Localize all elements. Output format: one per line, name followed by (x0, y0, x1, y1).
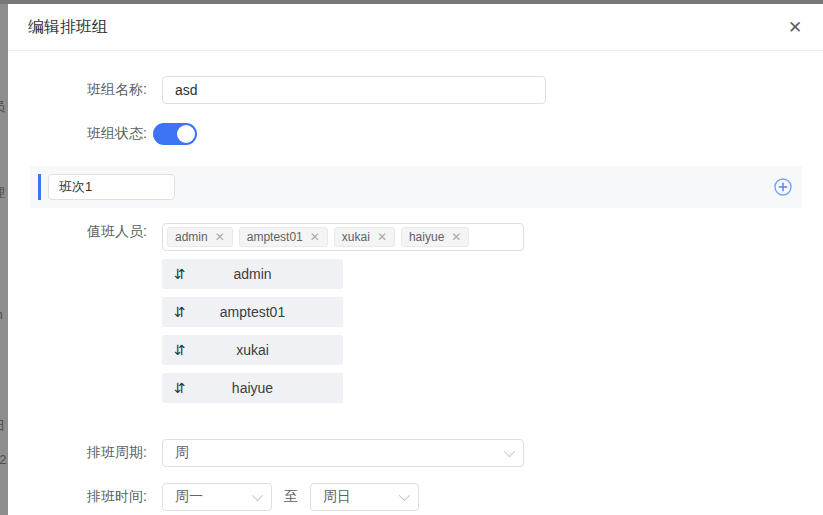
staff-tag: admin ✕ (167, 227, 233, 247)
staff-tag-label: xukai (342, 230, 370, 244)
add-shift-button[interactable] (774, 178, 792, 196)
time-end-select[interactable]: 周日 (310, 483, 419, 511)
dialog-title: 编辑排班组 (28, 17, 108, 38)
sortable-staff-row[interactable]: ⇵ amptest01 (162, 297, 343, 327)
backdrop-fragment: a (0, 344, 8, 359)
time-row: 排班时间: 周一 至 周日 (8, 483, 823, 511)
dialog-body: 班组名称: 班组状态: (8, 51, 823, 511)
staff-tag-label: haiyue (409, 230, 444, 244)
toggle-knob (177, 125, 195, 143)
sortable-staff-row[interactable]: ⇵ admin (162, 259, 343, 289)
tag-remove-icon[interactable]: ✕ (310, 230, 320, 244)
shift-accent-bar (38, 174, 41, 200)
sort-handle-icon[interactable]: ⇵ (174, 266, 186, 282)
cycle-row: 排班周期: 周 (8, 439, 823, 467)
group-status-label: 班组状态: (8, 125, 147, 143)
sortable-staff-name: haiyue (232, 380, 273, 396)
backdrop-left-sliver: 员 理 m a 日 12 (0, 4, 8, 515)
sort-handle-icon[interactable]: ⇵ (174, 380, 186, 396)
time-end-value: 周日 (323, 488, 351, 506)
chevron-down-icon (504, 446, 515, 457)
backdrop-fragment: 12 (0, 452, 8, 467)
tag-remove-icon[interactable]: ✕ (451, 230, 461, 244)
staff-tag: xukai ✕ (334, 227, 395, 247)
cycle-select-value: 周 (175, 444, 189, 462)
duty-staff-row: 值班人员: admin ✕ amptest01 ✕ (8, 223, 823, 251)
plus-circle-icon (774, 178, 792, 196)
dialog-header: 编辑排班组 ✕ (8, 4, 823, 51)
staff-tag-label: admin (175, 230, 208, 244)
close-icon[interactable]: ✕ (785, 18, 805, 38)
shift-section-bar (30, 166, 802, 208)
time-start-value: 周一 (175, 488, 203, 506)
group-status-row: 班组状态: (8, 123, 823, 145)
group-status-toggle[interactable] (153, 123, 197, 145)
cycle-select[interactable]: 周 (162, 439, 524, 467)
group-name-input[interactable] (162, 76, 546, 104)
duty-staff-sort-list: ⇵ admin ⇵ amptest01 ⇵ xukai ⇵ (162, 259, 343, 403)
time-label: 排班时间: (8, 488, 147, 506)
time-range-separator: 至 (284, 488, 298, 506)
chevron-down-icon (252, 490, 263, 501)
duty-staff-label: 值班人员: (8, 223, 147, 241)
backdrop-fragment: 日 (0, 417, 8, 435)
chevron-down-icon (399, 490, 410, 501)
tag-remove-icon[interactable]: ✕ (377, 230, 387, 244)
backdrop-fragment: 员 (0, 98, 8, 116)
staff-tag: haiyue ✕ (401, 227, 469, 247)
edit-shift-group-dialog: 编辑排班组 ✕ 班组名称: 班组状态: (8, 4, 823, 515)
staff-tag: amptest01 ✕ (239, 227, 328, 247)
sortable-staff-row[interactable]: ⇵ xukai (162, 335, 343, 365)
sortable-staff-name: admin (233, 266, 271, 282)
staff-tag-label: amptest01 (247, 230, 303, 244)
sortable-staff-name: xukai (236, 342, 269, 358)
time-start-select[interactable]: 周一 (162, 483, 272, 511)
sortable-staff-name: amptest01 (220, 304, 285, 320)
group-name-row: 班组名称: (8, 76, 823, 104)
backdrop-fragment: 理 (0, 184, 8, 202)
duty-staff-tag-input[interactable]: admin ✕ amptest01 ✕ xukai ✕ (162, 223, 524, 251)
sort-handle-icon[interactable]: ⇵ (174, 304, 186, 320)
shift-name-input[interactable] (48, 174, 175, 200)
tag-remove-icon[interactable]: ✕ (215, 230, 225, 244)
screen: 员 理 m a 日 12 编辑排班组 ✕ 班组名称: 班组状态: (0, 0, 823, 515)
backdrop-fragment: m (0, 307, 8, 322)
cycle-label: 排班周期: (8, 444, 147, 462)
sort-handle-icon[interactable]: ⇵ (174, 342, 186, 358)
group-name-label: 班组名称: (8, 81, 147, 99)
sortable-staff-row[interactable]: ⇵ haiyue (162, 373, 343, 403)
